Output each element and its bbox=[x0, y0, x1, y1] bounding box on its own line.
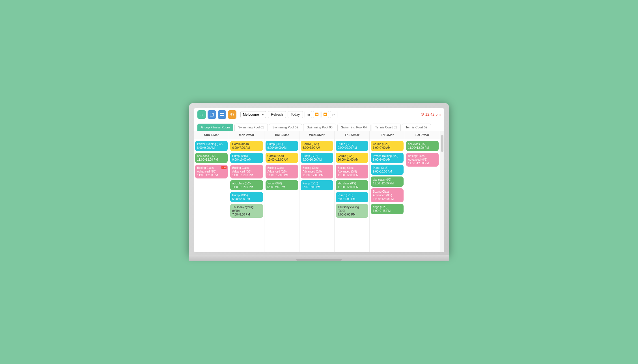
list-item[interactable]: Cardio (0/20) 6:00~7:00 AM bbox=[230, 141, 263, 151]
tab-group-fitness[interactable]: Group Fitness Room bbox=[197, 124, 233, 131]
svg-rect-6 bbox=[220, 115, 222, 116]
day-column-fri: Cardio (0/20) 6:00~7:00 AM Power Trainin… bbox=[370, 139, 405, 252]
laptop-base bbox=[189, 255, 449, 261]
badge-2w: 2W bbox=[221, 166, 227, 169]
list-item[interactable]: Pump (0/15) 5:00~6:00 PM bbox=[230, 192, 263, 202]
current-time: 12:42 pm bbox=[425, 112, 441, 117]
list-item[interactable]: Pump (0/15) 9:00~10:00 AM bbox=[336, 141, 368, 151]
list-item[interactable]: Pump (0/15) 9:00~10:00 AM bbox=[230, 153, 263, 163]
day-column-wed: Cardio (0/20) 6:00~7:00 AM Pump (0/15) 9… bbox=[299, 139, 335, 252]
refresh-button[interactable]: Refresh bbox=[268, 111, 286, 118]
room-tabs: Group Fitness Room Swimming Pool 01 Swim… bbox=[194, 121, 444, 131]
svg-rect-4 bbox=[220, 113, 222, 114]
screen: ⌂ bbox=[194, 108, 444, 252]
today-button[interactable]: Today bbox=[288, 111, 303, 118]
screen-bezel: ⌂ bbox=[189, 103, 449, 255]
list-item[interactable]: Boxing Class Advanced (5/5) 11:00~12:00 … bbox=[195, 165, 228, 178]
time-display: ⏱ 12:42 pm bbox=[421, 112, 441, 117]
laptop-container: ⌂ bbox=[189, 103, 449, 261]
scrollbar-thumb[interactable] bbox=[441, 135, 443, 152]
list-item[interactable]: Pump (0/15) 5:00~6:00 PM bbox=[336, 192, 368, 202]
list-item[interactable]: abc class (0/2) 11:00~12:00 PM bbox=[195, 153, 228, 163]
list-item[interactable]: Cardio (0/20) 6:00~7:00 AM bbox=[371, 141, 403, 151]
day-column-thu: Pump (0/15) 9:00~10:00 AM Cardio (0/20) … bbox=[335, 139, 370, 252]
list-item[interactable]: Thursday cycling (0/10) 7:00~8:00 PM bbox=[230, 204, 263, 218]
day-column-mon: Cardio (0/20) 6:00~7:00 AM Pump (0/15) 9… bbox=[229, 139, 264, 252]
day-header-thu: Thu 5/Mar bbox=[335, 131, 370, 139]
list-item[interactable]: Cardio (0/20) 6:00~7:00 AM bbox=[301, 141, 333, 151]
tab-tennis-court-02[interactable]: Tennis Court 02 bbox=[402, 124, 431, 131]
list-item[interactable]: Boxing Class Advanced (0/5) 11:00~12:00 … bbox=[406, 153, 439, 167]
day-header-sun: Sun 1/Mar bbox=[194, 131, 229, 139]
grid-button[interactable] bbox=[218, 110, 226, 119]
day-header-wed: Wed 4/Mar bbox=[299, 131, 335, 139]
list-item[interactable]: Pump (0/15) 9:00~10:00 AM bbox=[266, 141, 298, 151]
list-item[interactable]: Power Training (0/2) 8:00~9:00 AM bbox=[371, 153, 403, 163]
list-item[interactable]: Cardio (0/20) 10:00~11:00 AM bbox=[266, 153, 298, 163]
list-item[interactable]: abc class (0/2) 11:00~12:00 PM bbox=[406, 141, 439, 151]
day-column-sat: abc class (0/2) 11:00~12:00 PM Boxing Cl… bbox=[405, 139, 440, 252]
calendar-button[interactable] bbox=[208, 110, 216, 119]
list-item[interactable]: Pump (0/15) 9:00~10:00 AM bbox=[301, 153, 333, 163]
next-next-button[interactable]: ⏩ bbox=[322, 111, 329, 118]
day-column-tue: Pump (0/15) 9:00~10:00 AM Cardio (0/20) … bbox=[264, 139, 299, 252]
day-column-sun: Power Training (0/2) 8:00~9:00 AM abc cl… bbox=[194, 139, 229, 252]
tab-swimming-pool-02[interactable]: Swimming Pool 02 bbox=[269, 124, 302, 131]
day-header-tue: Tue 3/Mar bbox=[264, 131, 299, 139]
list-item[interactable]: Boxing Class Advanced (0/5) 11:00~12:00 … bbox=[230, 165, 263, 178]
calendar-columns: Power Training (0/2) 8:00~9:00 AM abc cl… bbox=[194, 139, 440, 252]
svg-rect-0 bbox=[210, 113, 214, 116]
list-item[interactable]: Cardio (0/20) 10:00~11:00 AM bbox=[336, 153, 368, 163]
day-header-sat: Sat 7/Mar bbox=[405, 131, 440, 139]
svg-rect-7 bbox=[222, 115, 224, 116]
app-header: ⌂ bbox=[194, 108, 444, 121]
tab-swimming-pool-03[interactable]: Swimming Pool 03 bbox=[303, 124, 336, 131]
list-item[interactable]: Boxing Class Advanced (0/5) 11:00~12:00 … bbox=[336, 165, 368, 178]
tab-swimming-pool-01[interactable]: Swimming Pool 01 bbox=[234, 124, 268, 131]
day-headers: Sun 1/Mar Mon 2/Mar Tue 3/Mar Wed 4/Mar … bbox=[194, 131, 440, 139]
nav-controls: ⏮ ⏪ ⏩ ⏭ bbox=[305, 111, 337, 118]
list-item[interactable]: abc class (0/2) 11:00~12:00 PM bbox=[336, 180, 368, 190]
clock-icon: ⏱ bbox=[421, 112, 424, 117]
list-item[interactable]: Boxing Class Advanced (0/5) 11:00~12:00 … bbox=[301, 165, 333, 178]
location-select[interactable]: Melbourne bbox=[240, 111, 266, 118]
prev-prev-button[interactable]: ⏪ bbox=[313, 111, 320, 118]
calendar-wrapper: Sun 1/Mar Mon 2/Mar Tue 3/Mar Wed 4/Mar … bbox=[194, 131, 444, 252]
calendar-main: Sun 1/Mar Mon 2/Mar Tue 3/Mar Wed 4/Mar … bbox=[194, 131, 440, 252]
list-item[interactable]: abc class (0/2) 11:00~12:00 PM bbox=[230, 180, 263, 190]
scrollbar[interactable] bbox=[440, 131, 444, 252]
home-button[interactable]: ⌂ bbox=[197, 110, 206, 119]
list-item[interactable]: Thursday cycling (0/10) 7:00~8:00 PM bbox=[336, 204, 368, 218]
list-item[interactable]: Pump (0/15) 5:00~6:00 PM bbox=[301, 180, 333, 190]
skip-last-button[interactable]: ⏭ bbox=[330, 111, 337, 118]
list-item[interactable]: Power Training (0/2) 8:00~9:00 AM bbox=[195, 141, 228, 151]
day-header-mon: Mon 2/Mar bbox=[229, 131, 264, 139]
skip-first-button[interactable]: ⏮ bbox=[305, 111, 312, 118]
list-item[interactable]: Yoga (0/20) 6:00~7:45 PM bbox=[266, 180, 298, 190]
list-item[interactable]: abc class (0/2) 11:00~12:00 PM bbox=[371, 176, 403, 187]
list-item[interactable]: Yoga (0/20) 6:00~7:45 PM bbox=[371, 204, 403, 214]
day-header-fri: Fri 6/Mar bbox=[370, 131, 405, 139]
svg-rect-5 bbox=[222, 113, 224, 114]
list-item[interactable]: Boxing Class Advanced (0/5) 11:00~12:00 … bbox=[371, 188, 403, 202]
list-item[interactable]: Boxing Class Advanced (0/5) 11:00~12:00 … bbox=[266, 165, 298, 178]
tab-tennis-court-01[interactable]: Tennis Court 01 bbox=[372, 124, 401, 131]
tab-swimming-pool-04[interactable]: Swimming Pool 04 bbox=[337, 124, 370, 131]
refresh-icon-button[interactable] bbox=[228, 110, 236, 119]
list-item[interactable]: Pump (0/15) 9:00~10:00 AM bbox=[371, 165, 403, 175]
